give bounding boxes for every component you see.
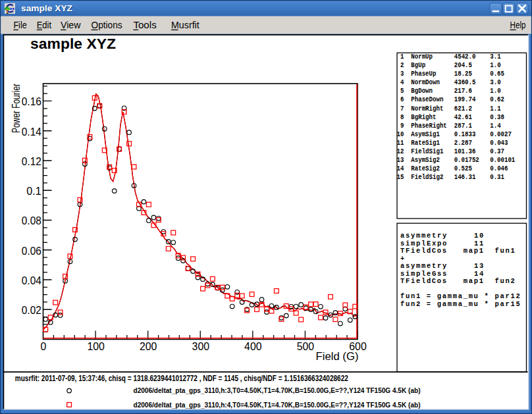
svg-text:12 FieldSig1 101.36 0.37: 12 FieldSig1 101.36 0.37 [397,147,505,155]
svg-text:1 NormUp 4542.0 3.1: 1 NormUp 4542.0 3.1 [397,53,501,61]
svg-text:simplExpo 11: simplExpo 11 [400,240,483,247]
svg-text:Help: Help [510,20,526,30]
svg-text:Field (G): Field (G) [316,350,359,362]
svg-text:0.12: 0.12 [22,155,41,167]
svg-text:7 NormRight 621.2 1.1: 7 NormRight 621.2 1.1 [397,105,501,113]
svg-text:200: 200 [140,340,157,352]
svg-text:10 AsymSig1 0.1833 0.00: 10 AsymSig1 0.1833 0.0027 [397,130,512,138]
svg-text:d2006/deltat_pta_gps_3110,h:3,: d2006/deltat_pta_gps_3110,h:3,T0=4.50K,T… [134,386,421,394]
svg-text:0.06: 0.06 [22,245,41,257]
svg-text:fun1 = gamma_mu * par12: fun1 = gamma_mu * par12 [400,292,520,300]
svg-text:3 PhaseUp 18.25 0.65: 3 PhaseUp 18.25 0.65 [397,70,505,78]
svg-text:13 AsymSig2 0.01752 0.00: 13 AsymSig2 0.01752 0.00101 [397,156,516,164]
svg-text:TFieldCos map1 fun1: TFieldCos map1 fun1 [400,247,515,255]
svg-text:+: + [400,255,404,263]
svg-text:sample XYZ: sample XYZ [21,3,72,13]
svg-text:400: 400 [244,340,261,352]
svg-text:sample XYZ: sample XYZ [30,36,116,52]
svg-text:Power Fourier: Power Fourier [10,84,22,133]
svg-text:11 RateSig1 2.287 0.04: 11 RateSig1 2.287 0.043 [397,139,508,147]
svg-text:TFieldCos map1 fun2: TFieldCos map1 fun2 [400,277,515,285]
svg-text:6 PhaseDown 199.74 0.62: 6 PhaseDown 199.74 0.62 [397,95,505,103]
svg-text:5 BgDown 217.6 1.0: 5 BgDown 217.6 1.0 [397,87,501,95]
svg-text:Tools: Tools [133,20,156,30]
svg-text:asymmetry 10: asymmetry 10 [400,232,483,240]
svg-text:4 NormDown 4360.5 3.0: 4 NormDown 4360.5 3.0 [397,78,501,86]
svg-text:0.16: 0.16 [22,95,41,107]
svg-text:2 BgUp 204.5 1.0: 2 BgUp 204.5 1.0 [397,61,501,69]
svg-text:0.02: 0.02 [22,304,41,316]
svg-text:8 BgRight 42.61 0.38: 8 BgRight 42.61 0.38 [397,113,505,121]
svg-text:500: 500 [297,340,314,352]
svg-text:fun2 = gamma_mu * par15: fun2 = gamma_mu * par15 [400,300,520,308]
svg-text:0.14: 0.14 [22,126,41,138]
svg-text:0.04: 0.04 [22,274,41,286]
svg-text:100: 100 [87,340,104,352]
svg-text:9 PhaseRight 287.1 1.4: 9 PhaseRight 287.1 1.4 [397,122,501,130]
svg-text:14 RateSig2 0.525 0.04: 14 RateSig2 0.525 0.046 [397,165,508,172]
svg-text:musrfit: 2011-07-09, 15:37:46,: musrfit: 2011-07-09, 15:37:46, chisq = 1… [15,374,348,383]
svg-text:asymmetry 13: asymmetry 13 [400,262,483,270]
svg-text:simpleGss 14: simpleGss 14 [400,270,483,278]
svg-text:View: View [61,20,81,30]
svg-text:0: 0 [41,340,47,352]
svg-text:15 FieldSig2 146.31 0.31: 15 FieldSig2 146.31 0.31 [397,173,505,181]
svg-text:d2006/deltat_pta_gps_3110,h:4,: d2006/deltat_pta_gps_3110,h:4,T0=4.50K,T… [134,400,421,409]
svg-text:300: 300 [192,340,209,352]
svg-text:Musrfit: Musrfit [171,20,200,30]
svg-text:0.1: 0.1 [26,185,41,197]
svg-text:Options: Options [92,20,122,30]
svg-text:File: File [13,20,27,30]
svg-text:0.08: 0.08 [22,215,41,226]
svg-text:Edit: Edit [37,20,51,30]
